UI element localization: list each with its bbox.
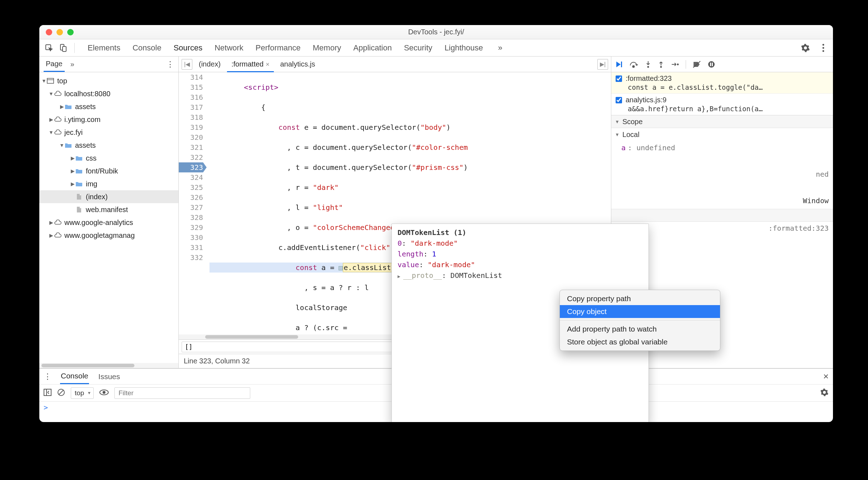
scope-var-a[interactable]: a: undefined	[621, 142, 829, 153]
nav-forward-icon[interactable]: ▶|	[597, 59, 608, 70]
scope-local-header[interactable]: ▼Local	[611, 128, 833, 141]
file-tab-index[interactable]: (index)	[194, 57, 225, 71]
drawer-menu-icon[interactable]: ⋮	[44, 372, 51, 381]
svg-point-9	[633, 65, 635, 67]
step-over-icon[interactable]	[629, 60, 638, 68]
console-settings-icon[interactable]	[820, 388, 829, 398]
tab-security[interactable]: Security	[404, 43, 432, 53]
step-into-icon[interactable]	[645, 60, 651, 68]
clear-console-icon[interactable]	[57, 388, 65, 397]
device-icon[interactable]	[58, 43, 69, 53]
tree-manifest[interactable]: web.manifest	[39, 203, 178, 216]
cloud-icon	[54, 232, 61, 238]
tab-network[interactable]: Network	[214, 43, 243, 53]
callstack-section[interactable]	[611, 209, 833, 222]
tab-performance[interactable]: Performance	[256, 43, 301, 53]
deactivate-bp-icon[interactable]	[692, 60, 701, 68]
menu-copy-object[interactable]: Copy object	[560, 305, 720, 318]
step-out-icon[interactable]	[658, 60, 664, 68]
more-tabs-icon[interactable]: »	[498, 43, 502, 53]
close-tab-icon[interactable]: ×	[266, 61, 270, 68]
more-sidebar-tabs-icon[interactable]: »	[70, 60, 74, 68]
bp-code: a&&a.href}return a},B=function(a…	[628, 105, 829, 113]
cloud-icon	[54, 91, 61, 97]
devtools-window: DevTools - jec.fyi/ Elements Console Sou…	[39, 25, 833, 422]
bp-checkbox[interactable]	[616, 97, 622, 103]
pause-exceptions-icon[interactable]	[707, 60, 715, 68]
live-expr-icon[interactable]	[99, 389, 109, 397]
tree-localhost[interactable]: ▼localhost:8080	[39, 87, 178, 100]
file-icon	[75, 194, 83, 200]
menu-copy-property-path[interactable]: Copy property path	[560, 292, 720, 305]
sidebar-menu-icon[interactable]: ⋮	[166, 60, 174, 69]
tree-gtm[interactable]: ▶www.googletagmanag	[39, 229, 178, 242]
context-selector[interactable]: top	[71, 387, 94, 399]
toolbar-separator	[74, 43, 75, 53]
tree-label: img	[86, 180, 97, 188]
inspect-icon[interactable]	[44, 43, 54, 53]
tab-application[interactable]: Application	[353, 43, 392, 53]
sidebar-hscrollbar[interactable]	[39, 363, 178, 368]
breakpoint-item-1[interactable]: :formatted:323 const a = e.classList.tog…	[611, 72, 833, 94]
tree-ytimg[interactable]: ▶i.ytimg.com	[39, 113, 178, 126]
tab-elements[interactable]: Elements	[88, 43, 120, 53]
svg-rect-16	[712, 63, 713, 66]
menu-separator	[560, 320, 720, 320]
step-icon[interactable]	[671, 60, 679, 68]
tree-label: i.ytimg.com	[64, 116, 100, 124]
page-tab[interactable]: Page	[44, 57, 65, 72]
resume-icon[interactable]	[615, 60, 623, 68]
svg-point-4	[823, 47, 824, 49]
console-filter-input[interactable]	[114, 387, 250, 399]
nav-back-icon[interactable]: |◀	[182, 59, 192, 70]
scope-header[interactable]: ▼Scope	[611, 115, 833, 128]
console-sidebar-icon[interactable]	[44, 389, 51, 397]
folder-icon	[75, 155, 83, 161]
file-tab-analytics[interactable]: analytics.js	[276, 57, 320, 71]
sidebar-header: Page » ⋮	[39, 57, 178, 72]
tree-index[interactable]: (index)	[39, 190, 178, 203]
folder-icon	[64, 104, 72, 109]
tree-label: web.manifest	[86, 206, 128, 214]
tree-css[interactable]: ▶css	[39, 152, 178, 165]
menu-add-watch[interactable]: Add property path to watch	[560, 323, 720, 335]
tree-localhost-assets[interactable]: ▶assets	[39, 100, 178, 113]
svg-point-5	[823, 50, 824, 52]
tree-label: top	[57, 77, 67, 85]
bp-checkbox[interactable]	[616, 75, 622, 82]
tree-label: font/Rubik	[86, 167, 118, 175]
tab-sources[interactable]: Sources	[173, 43, 202, 53]
titlebar: DevTools - jec.fyi/	[39, 25, 833, 39]
popover-proto[interactable]: ▶ __proto__: DOMTokenList	[398, 271, 643, 282]
drawer-close-icon[interactable]: ×	[823, 371, 829, 382]
scope-var-truncated	[621, 153, 829, 169]
drawer-tab-issues[interactable]: Issues	[98, 369, 121, 384]
tree-font[interactable]: ▶font/Rubik	[39, 165, 178, 177]
tab-console[interactable]: Console	[133, 43, 162, 53]
folder-icon	[75, 168, 83, 174]
tree-jec-assets[interactable]: ▼assets	[39, 139, 178, 152]
popover-row[interactable]: value: "dark-mode"	[398, 260, 643, 271]
file-tab-formatted[interactable]: :formatted×	[227, 57, 274, 71]
scope-var-ned[interactable]: ned	[621, 169, 829, 180]
tree-img[interactable]: ▶img	[39, 177, 178, 190]
tab-lighthouse[interactable]: Lighthouse	[444, 43, 483, 53]
popover-row[interactable]: length: 1	[398, 250, 643, 260]
scope-window[interactable]: Window	[621, 195, 829, 206]
popover-row[interactable]: 0: "dark-mode"	[398, 239, 643, 250]
main-toolbar: Elements Console Sources Network Perform…	[39, 39, 833, 57]
breakpoint-item-2[interactable]: analytics.js:9 a&&a.href}return a},B=fun…	[611, 94, 833, 115]
drawer-tab-console[interactable]: Console	[60, 369, 89, 384]
menu-store-global[interactable]: Store object as global variable	[560, 335, 720, 348]
settings-gear-icon[interactable]	[800, 43, 811, 53]
object-marker-icon[interactable]	[339, 266, 343, 270]
navigator-sidebar: Page » ⋮ ▼top ▼localhost:8080 ▶assets ▶i…	[39, 57, 179, 368]
kebab-menu-icon[interactable]	[818, 43, 829, 53]
tree-top[interactable]: ▼top	[39, 74, 178, 87]
tree-ga[interactable]: ▶www.google-analytics	[39, 216, 178, 229]
tree-label: jec.fyi	[64, 128, 83, 137]
tab-memory[interactable]: Memory	[313, 43, 341, 53]
file-tree[interactable]: ▼top ▼localhost:8080 ▶assets ▶i.ytimg.co…	[39, 72, 178, 363]
line-gutter[interactable]: 3143153163173183193203213223233243253263…	[179, 72, 207, 334]
tree-jecfyi[interactable]: ▼jec.fyi	[39, 126, 178, 139]
